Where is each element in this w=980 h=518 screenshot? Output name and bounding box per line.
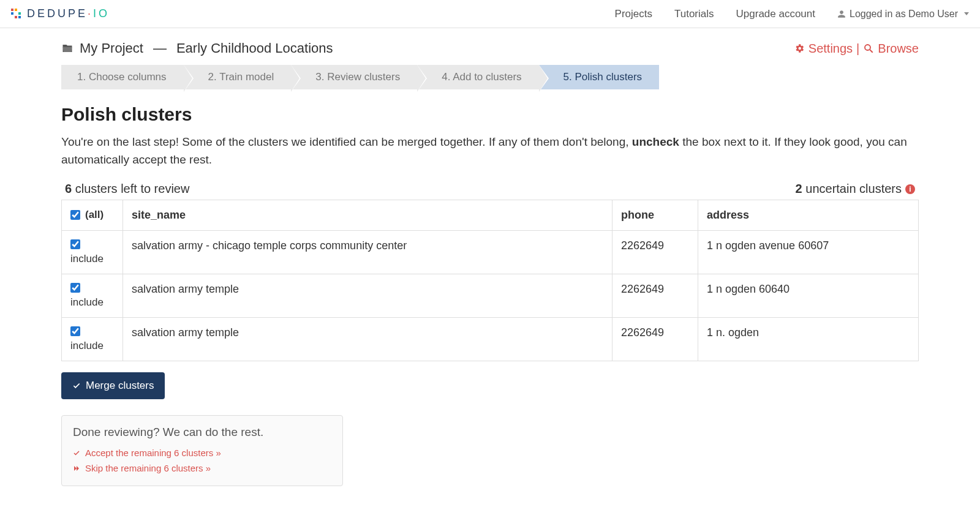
- intro-text: You're on the last step! Some of the clu…: [61, 133, 919, 168]
- select-all-checkbox[interactable]: [70, 210, 80, 220]
- step-1[interactable]: 1. Choose columns: [61, 65, 184, 89]
- user-icon: [837, 10, 846, 18]
- page-title: Polish clusters: [61, 104, 919, 125]
- dataset-name[interactable]: Early Childhood Locations: [176, 40, 333, 56]
- done-reviewing-header: Done reviewing? We can do the rest.: [73, 426, 331, 439]
- project-header: My Project — Early Childhood Locations S…: [61, 40, 919, 56]
- counts-row: 6 clusters left to review 2 uncertain cl…: [61, 182, 919, 196]
- cell-phone: 2262649: [612, 274, 698, 318]
- merge-clusters-button[interactable]: Merge clusters: [61, 372, 165, 399]
- nav-user-menu[interactable]: Logged in as Demo User: [826, 9, 969, 20]
- info-icon[interactable]: i: [905, 184, 915, 194]
- uncertain-label: uncertain clusters: [802, 182, 902, 195]
- logged-in-label: Logged in as: [850, 9, 908, 19]
- svg-line-1: [870, 50, 873, 53]
- wizard-steps: 1. Choose columns 2. Train model 3. Revi…: [61, 65, 919, 89]
- settings-link[interactable]: Settings: [794, 42, 853, 56]
- include-label: include: [70, 296, 104, 309]
- cell-phone: 2262649: [612, 318, 698, 361]
- gears-icon: [794, 43, 805, 54]
- check-icon: [73, 449, 80, 457]
- topnav: DEDUPE·IO Projects Tutorials Upgrade acc…: [0, 0, 980, 28]
- include-label: include: [70, 340, 104, 352]
- table-row: include salvation army temple 2262649 1 …: [62, 318, 919, 361]
- step-3[interactable]: 3. Review clusters: [291, 65, 417, 89]
- merge-clusters-label: Merge clusters: [86, 380, 154, 392]
- col-site-name: site_name: [123, 200, 612, 231]
- clusters-table: (all) site_name phone address include sa…: [61, 200, 919, 361]
- right-links-divider: |: [856, 42, 859, 56]
- cell-site-name: salvation army - chicago temple corps co…: [123, 231, 612, 274]
- nav-upgrade[interactable]: Upgrade account: [725, 8, 826, 20]
- project-name[interactable]: My Project: [80, 40, 143, 56]
- brand-logo-icon: [11, 9, 22, 20]
- table-row: include salvation army - chicago temple …: [62, 231, 919, 274]
- brand-logo-text[interactable]: DEDUPE·IO: [11, 7, 110, 20]
- cell-address: 1 n ogden 60640: [698, 274, 919, 318]
- row-include-checkbox[interactable]: [70, 239, 80, 249]
- include-label: include: [70, 253, 104, 265]
- check-icon: [72, 381, 81, 390]
- select-all-label: (all): [85, 209, 104, 221]
- skip-remaining-link[interactable]: Skip the remaining 6 clusters »: [73, 460, 331, 476]
- col-phone: phone: [612, 200, 698, 231]
- clusters-left-label: clusters left to review: [72, 182, 189, 195]
- fast-forward-icon: [73, 465, 80, 472]
- cell-phone: 2262649: [612, 231, 698, 274]
- cell-site-name: salvation army temple: [123, 274, 612, 318]
- folder-open-icon: [61, 43, 74, 54]
- search-icon: [863, 43, 874, 54]
- uncertain-count: 2: [796, 182, 802, 195]
- table-row: include salvation army temple 2262649 1 …: [62, 274, 919, 318]
- browse-label: Browse: [878, 42, 919, 56]
- nav-tutorials[interactable]: Tutorials: [663, 8, 725, 20]
- row-include-checkbox[interactable]: [70, 326, 80, 336]
- project-right-links: Settings | Browse: [794, 42, 919, 56]
- settings-label: Settings: [809, 42, 853, 56]
- user-name: Demo User: [908, 9, 958, 19]
- breadcrumb-separator: —: [153, 40, 167, 56]
- browse-link[interactable]: Browse: [863, 42, 919, 56]
- brand-name: DEDUPE·IO: [27, 7, 110, 20]
- col-address: address: [698, 200, 919, 231]
- accept-remaining-label: Accept the remaining 6 clusters »: [85, 448, 221, 458]
- cell-address: 1 n. ogden: [698, 318, 919, 361]
- row-include-checkbox[interactable]: [70, 283, 80, 293]
- done-reviewing-box: Done reviewing? We can do the rest. Acce…: [61, 415, 343, 486]
- chevron-down-icon: [964, 12, 969, 15]
- accept-remaining-link[interactable]: Accept the remaining 6 clusters »: [73, 445, 331, 460]
- clusters-left-count: 6: [65, 182, 72, 195]
- nav-projects[interactable]: Projects: [604, 8, 663, 20]
- step-5[interactable]: 5. Polish clusters: [539, 65, 660, 89]
- skip-remaining-label: Skip the remaining 6 clusters »: [85, 463, 211, 473]
- step-4[interactable]: 4. Add to clusters: [417, 65, 538, 89]
- cell-site-name: salvation army temple: [123, 318, 612, 361]
- svg-point-0: [865, 45, 870, 50]
- cell-address: 1 n ogden avenue 60607: [698, 231, 919, 274]
- step-2[interactable]: 2. Train model: [184, 65, 292, 89]
